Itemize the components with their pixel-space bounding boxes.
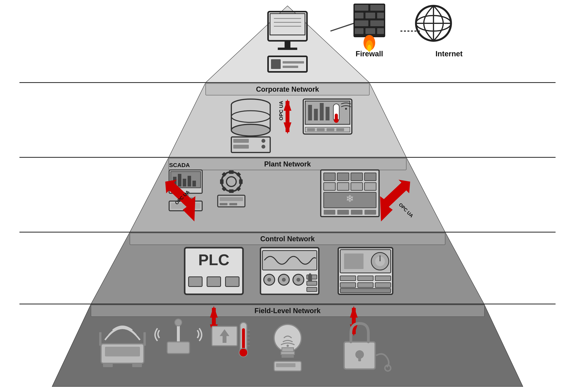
- svg-rect-26: [283, 61, 304, 64]
- svg-rect-119: [337, 210, 349, 215]
- smart-light: [274, 324, 301, 371]
- svg-rect-106: [229, 203, 237, 205]
- svg-text:Plant Network: Plant Network: [264, 160, 311, 168]
- svg-rect-86: [192, 181, 196, 186]
- svg-rect-110: [351, 173, 362, 181]
- svg-point-180: [287, 345, 289, 347]
- svg-rect-108: [324, 173, 335, 181]
- svg-rect-31: [370, 5, 384, 11]
- svg-rect-112: [324, 183, 335, 190]
- svg-rect-27: [283, 66, 298, 68]
- svg-rect-179: [282, 354, 293, 357]
- svg-rect-115: [364, 183, 376, 190]
- svg-text:❄: ❄: [346, 193, 354, 204]
- svg-text:OPC UA: OPC UA: [278, 101, 284, 120]
- svg-rect-20: [278, 47, 297, 50]
- svg-rect-164: [167, 342, 190, 353]
- svg-rect-36: [370, 20, 384, 26]
- main-container: Corporate Network Plant Network Control …: [0, 0, 575, 392]
- internet-icon: [416, 6, 451, 41]
- svg-rect-182: [276, 363, 295, 367]
- svg-rect-114: [351, 183, 362, 190]
- svg-rect-25: [271, 59, 281, 69]
- svg-point-134: [282, 278, 286, 282]
- svg-rect-162: [132, 363, 142, 367]
- svg-rect-126: [189, 277, 202, 287]
- svg-rect-138: [307, 281, 317, 285]
- svg-rect-149: [340, 283, 356, 287]
- svg-rect-85: [188, 176, 191, 186]
- svg-rect-69: [326, 107, 330, 120]
- svg-point-54: [231, 124, 270, 136]
- svg-rect-139: [307, 287, 317, 292]
- svg-rect-147: [358, 276, 373, 281]
- svg-rect-185: [358, 354, 361, 361]
- svg-text:Internet: Internet: [435, 50, 463, 58]
- svg-rect-158: [105, 347, 140, 356]
- svg-point-170: [239, 348, 248, 357]
- hmi-icon: [303, 99, 352, 134]
- svg-rect-105: [220, 203, 227, 205]
- svg-rect-104: [220, 197, 243, 201]
- left-labels-container: [6, 0, 50, 392]
- svg-rect-98: [239, 179, 243, 184]
- svg-rect-109: [337, 173, 349, 181]
- pac-controller: [261, 248, 319, 294]
- svg-rect-169: [242, 328, 245, 350]
- svg-rect-151: [375, 283, 391, 287]
- svg-text:PLC: PLC: [198, 251, 229, 268]
- svg-rect-148: [375, 276, 391, 281]
- svg-rect-178: [281, 352, 294, 354]
- svg-rect-150: [358, 283, 373, 287]
- svg-rect-19: [285, 41, 290, 48]
- svg-rect-68: [320, 103, 324, 120]
- svg-text:Control Network: Control Network: [260, 235, 315, 243]
- svg-rect-38: [365, 28, 375, 34]
- svg-point-73: [345, 108, 347, 110]
- svg-rect-161: [103, 363, 113, 367]
- svg-rect-118: [324, 210, 335, 215]
- svg-rect-96: [229, 189, 234, 193]
- svg-rect-34: [377, 13, 384, 19]
- svg-rect-37: [355, 28, 363, 34]
- svg-rect-177: [282, 348, 293, 352]
- svg-rect-78: [336, 128, 344, 131]
- dcs-controller: [338, 248, 393, 294]
- svg-rect-67: [314, 109, 318, 120]
- svg-text:Field-Level Network: Field-Level Network: [254, 307, 321, 315]
- svg-text:Corporate Network: Corporate Network: [256, 85, 319, 93]
- svg-rect-152: [340, 288, 391, 293]
- svg-rect-33: [365, 13, 375, 19]
- svg-rect-76: [317, 128, 325, 131]
- scada-panel-right: ❄: [321, 170, 379, 217]
- svg-rect-160: [144, 332, 146, 346]
- svg-rect-95: [229, 170, 234, 174]
- svg-rect-35: [355, 20, 368, 26]
- svg-rect-58: [233, 145, 249, 149]
- svg-rect-66: [308, 105, 312, 120]
- svg-rect-32: [355, 13, 363, 19]
- svg-point-132: [267, 278, 271, 282]
- svg-rect-121: [364, 210, 376, 215]
- svg-rect-57: [233, 139, 249, 143]
- svg-rect-75: [307, 128, 315, 131]
- svg-text:SCADA: SCADA: [169, 162, 190, 168]
- right-labels-container: [513, 0, 569, 392]
- svg-point-136: [296, 278, 300, 282]
- svg-rect-127: [207, 277, 221, 287]
- svg-rect-30: [355, 5, 368, 11]
- svg-rect-142: [344, 254, 363, 269]
- svg-rect-39: [377, 28, 384, 34]
- svg-rect-128: [225, 277, 239, 287]
- svg-rect-83: [178, 174, 181, 186]
- firewall-icon: [354, 4, 385, 52]
- pyramid-svg: Corporate Network Plant Network Control …: [0, 0, 575, 392]
- svg-rect-77: [327, 128, 334, 131]
- svg-rect-159: [99, 332, 101, 346]
- svg-rect-120: [351, 210, 362, 215]
- svg-rect-111: [364, 173, 376, 181]
- svg-point-165: [175, 319, 182, 326]
- plc-icon: PLC: [185, 248, 243, 294]
- svg-rect-84: [183, 179, 186, 186]
- svg-text:Firewall: Firewall: [356, 50, 383, 58]
